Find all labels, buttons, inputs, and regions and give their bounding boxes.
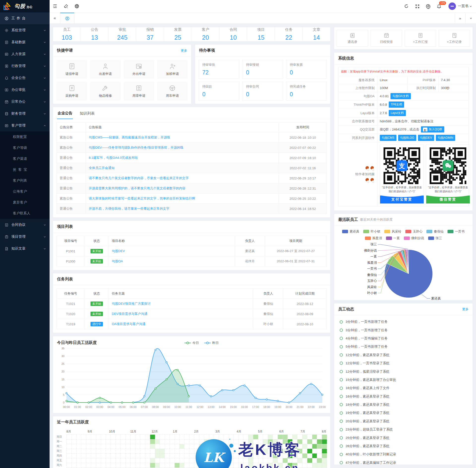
heatmap-cell[interactable] bbox=[307, 463, 312, 468]
heatmap-cell[interactable] bbox=[106, 435, 111, 439]
heatmap-cell[interactable] bbox=[283, 449, 288, 454]
stat-card[interactable]: 客户20 bbox=[192, 27, 220, 41]
heatmap-cell[interactable] bbox=[101, 463, 106, 468]
heatmap-cell[interactable] bbox=[302, 435, 307, 439]
todo-item[interactable]: 待审合同0 bbox=[242, 82, 283, 100]
quick-apply-car[interactable]: 用车申请 bbox=[157, 82, 188, 100]
projects-name[interactable]: 勾股OA bbox=[109, 256, 235, 266]
heatmap-cell[interactable] bbox=[76, 453, 82, 458]
heatmap-cell[interactable] bbox=[248, 435, 253, 439]
heatmap-cell[interactable] bbox=[71, 463, 77, 468]
heatmap-cell[interactable] bbox=[130, 458, 136, 463]
heatmap-cell[interactable] bbox=[179, 453, 185, 458]
heatmap-cell[interactable] bbox=[243, 458, 248, 463]
doc-badge-link[interactable]: 勾股ADMIN bbox=[436, 135, 455, 141]
todo-item[interactable]: 待审报销0 bbox=[242, 60, 283, 79]
heatmap-cell[interactable] bbox=[317, 444, 322, 449]
heatmap-cell[interactable] bbox=[273, 435, 278, 439]
heatmap-cell[interactable] bbox=[268, 458, 273, 463]
sidebar-subitem-grab[interactable]: 抢客宝 bbox=[0, 164, 50, 175]
heatmap-cell[interactable] bbox=[312, 463, 317, 468]
heatmap-cell[interactable] bbox=[179, 439, 185, 444]
heatmap-cell[interactable] bbox=[317, 449, 322, 454]
heatmap-cell[interactable] bbox=[91, 453, 96, 458]
projects-name[interactable]: 勾股DEV bbox=[109, 246, 235, 256]
stat-card[interactable]: 合同10 bbox=[219, 27, 247, 41]
heatmap-cell[interactable] bbox=[268, 463, 273, 468]
heatmap-cell[interactable] bbox=[106, 453, 111, 458]
heatmap-cell[interactable] bbox=[243, 463, 248, 468]
heatmap-cell[interactable] bbox=[135, 444, 140, 449]
sidebar-item-finance[interactable]: 财务管理 bbox=[0, 108, 50, 120]
heatmap-cell[interactable] bbox=[81, 435, 86, 439]
tasks-name[interactable]: 勾股DEV项目推广方案探讨 bbox=[109, 299, 253, 309]
heatmap-cell[interactable] bbox=[238, 444, 243, 449]
heatmap-cell[interactable] bbox=[106, 458, 111, 463]
heatmap-cell[interactable] bbox=[258, 449, 263, 454]
heatmap-cell[interactable] bbox=[224, 435, 229, 439]
heatmap-cell[interactable] bbox=[194, 458, 199, 463]
heatmap-cell[interactable] bbox=[307, 439, 312, 444]
heatmap-cell[interactable] bbox=[184, 449, 189, 454]
heatmap-cell[interactable] bbox=[71, 449, 77, 454]
heatmap-cell[interactable] bbox=[263, 453, 268, 458]
heatmap-cell[interactable] bbox=[322, 444, 327, 449]
heatmap-cell[interactable] bbox=[145, 439, 150, 444]
heatmap-cell[interactable] bbox=[194, 449, 199, 454]
heatmap-cell[interactable] bbox=[66, 439, 72, 444]
heatmap-cell[interactable] bbox=[111, 439, 116, 444]
heatmap-cell[interactable] bbox=[189, 458, 194, 463]
heatmap-cell[interactable] bbox=[91, 458, 96, 463]
legend-item[interactable]: 孤星泪 bbox=[365, 236, 382, 240]
heatmap-cell[interactable] bbox=[111, 444, 116, 449]
heatmap-cell[interactable] bbox=[199, 444, 204, 449]
join-qq-button[interactable]: 加入QQ群 bbox=[421, 126, 444, 133]
theme-brush-icon[interactable]: A bbox=[60, 0, 71, 12]
heatmap-cell[interactable] bbox=[91, 463, 96, 468]
heatmap-cell[interactable] bbox=[248, 439, 253, 444]
heatmap-cell[interactable] bbox=[155, 444, 160, 449]
heatmap-cell[interactable] bbox=[140, 453, 145, 458]
heatmap-cell[interactable] bbox=[170, 435, 175, 439]
heatmap-cell[interactable] bbox=[199, 458, 204, 463]
settings-gear-icon[interactable] bbox=[423, 0, 434, 12]
app-logo[interactable]: OA 勾股 办公 bbox=[0, 0, 50, 12]
heatmap-cell[interactable] bbox=[307, 458, 312, 463]
heatmap-cell[interactable] bbox=[248, 463, 253, 468]
heatmap-cell[interactable] bbox=[140, 463, 145, 468]
heatmap-cell[interactable] bbox=[140, 439, 145, 444]
heatmap-cell[interactable] bbox=[214, 463, 219, 468]
heatmap-cell[interactable] bbox=[229, 439, 234, 444]
heatmap-cell[interactable] bbox=[297, 458, 302, 463]
heatmap-cell[interactable] bbox=[135, 463, 140, 468]
heatmap-cell[interactable] bbox=[312, 458, 317, 463]
heatmap-cell[interactable] bbox=[116, 444, 121, 449]
heatmap-cell[interactable] bbox=[219, 444, 224, 449]
heatmap-cell[interactable] bbox=[307, 453, 312, 458]
heatmap-cell[interactable] bbox=[288, 453, 293, 458]
heatmap-cell[interactable] bbox=[322, 458, 327, 463]
heatmap-cell[interactable] bbox=[150, 449, 155, 454]
heatmap-cell[interactable] bbox=[253, 463, 258, 468]
tabs-menu-icon[interactable] bbox=[465, 13, 476, 24]
announcement-title-link[interactable]: 8.1建军节，勾股OA4.0完成发布啦 bbox=[86, 153, 279, 163]
heatmap-cell[interactable] bbox=[273, 444, 278, 449]
heatmap-cell[interactable] bbox=[150, 444, 155, 449]
heatmap-cell[interactable] bbox=[179, 458, 185, 463]
heatmap-cell[interactable] bbox=[204, 449, 209, 454]
heatmap-cell[interactable] bbox=[71, 458, 77, 463]
heatmap-cell[interactable] bbox=[302, 449, 307, 454]
sidebar-item-basic[interactable]: 基础数据 bbox=[0, 36, 50, 48]
heatmap-cell[interactable] bbox=[91, 444, 96, 449]
heatmap-cell[interactable] bbox=[322, 449, 327, 454]
heatmap-cell[interactable] bbox=[150, 453, 155, 458]
doc-badge-link[interactable]: Layui文档 bbox=[389, 110, 406, 116]
heatmap-cell[interactable] bbox=[71, 435, 77, 439]
legend-item[interactable]: 叶小钗 bbox=[363, 229, 380, 234]
heatmap-cell[interactable] bbox=[165, 444, 170, 449]
heatmap-cell[interactable] bbox=[125, 463, 131, 468]
tasks-name[interactable]: OA项目需求与客户沟通 bbox=[109, 319, 253, 329]
heatmap-cell[interactable] bbox=[199, 463, 204, 468]
heatmap-cell[interactable] bbox=[170, 449, 175, 454]
heatmap-cell[interactable] bbox=[278, 458, 283, 463]
